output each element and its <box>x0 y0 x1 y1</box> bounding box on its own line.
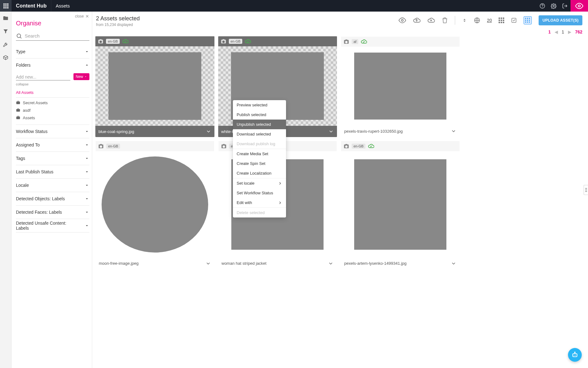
close-panel[interactable]: close <box>16 14 89 18</box>
context-menu-item[interactable]: Unpublish selected <box>233 120 286 129</box>
search-input[interactable]: Search <box>16 31 89 41</box>
context-menu-item[interactable]: Publish selected <box>233 110 286 120</box>
folder-item[interactable]: asdf <box>16 106 89 114</box>
section-assigned: Assigned To <box>16 138 89 152</box>
chevron-down-icon <box>84 49 89 54</box>
gear-icon <box>551 3 556 9</box>
context-menu-item[interactable]: Set locale <box>233 178 286 188</box>
section-assigned-header[interactable]: Assigned To <box>16 138 89 151</box>
upload-button[interactable]: UPLOAD ASSET(S) <box>539 15 582 25</box>
close-icon <box>85 14 89 18</box>
rail-folders[interactable] <box>2 15 9 22</box>
section-tags: Tags <box>16 152 89 165</box>
section-det-obj-header[interactable]: Detected Objects: Labels <box>16 192 89 205</box>
preview-mode-button[interactable] <box>570 0 588 12</box>
chevron-down-icon <box>84 183 89 188</box>
right-drawer-handle[interactable] <box>584 185 588 195</box>
breadcrumb[interactable]: Assets <box>51 0 74 12</box>
grid-view-button[interactable] <box>499 18 504 23</box>
context-menu-item[interactable]: Edit with <box>233 198 286 207</box>
svg-rect-21 <box>503 20 505 21</box>
add-folder-input[interactable]: Add new... <box>16 73 70 80</box>
card-more-button[interactable] <box>328 129 334 134</box>
section-det-face-header[interactable]: Detected Faces: Labels <box>16 206 89 219</box>
asset-thumbnail[interactable] <box>341 47 460 125</box>
card-more-button[interactable] <box>205 261 211 266</box>
card-more-button[interactable] <box>451 261 456 266</box>
card-more-button[interactable] <box>206 129 211 134</box>
delete-button[interactable] <box>442 17 448 23</box>
asset-type-icon <box>344 143 349 149</box>
page-size-value: 20 <box>487 18 492 23</box>
pager-prev[interactable]: ◀ <box>555 29 558 34</box>
chevron-right-icon <box>278 181 282 186</box>
folder-item[interactable]: All Assets <box>16 89 89 96</box>
logout-button[interactable] <box>559 0 570 12</box>
unpublish-button[interactable] <box>427 17 435 24</box>
pager-last[interactable]: 762 <box>575 29 582 34</box>
published-icon <box>368 143 374 149</box>
select-all-button[interactable] <box>511 18 517 23</box>
context-menu-label: Preview selected <box>237 103 267 107</box>
new-folder-button[interactable]: New <box>73 73 89 80</box>
svg-rect-3 <box>3 5 5 7</box>
context-menu-item[interactable]: Create Localization <box>233 168 286 178</box>
section-folders-header[interactable]: Folders <box>16 59 89 72</box>
page-size-button[interactable]: 20 <box>487 18 492 23</box>
add-folder-placeholder: Add new... <box>16 74 36 79</box>
context-menu-item[interactable]: Set Workflow Status <box>233 188 286 198</box>
sidebar-rail <box>0 12 12 368</box>
rail-filters[interactable] <box>2 28 9 35</box>
publish-button[interactable] <box>413 17 420 24</box>
collapse-folders[interactable]: collapse <box>16 82 89 86</box>
asset-thumbnail[interactable] <box>341 151 460 258</box>
svg-point-11 <box>553 5 555 7</box>
asset-card[interactable]: en-GBblue-coat-spring.jpg <box>95 36 214 137</box>
grid-icon <box>499 18 504 23</box>
asset-thumbnail[interactable] <box>95 46 214 126</box>
asset-card[interactable]: en-GBmoon-free-image.jpeg <box>95 141 214 269</box>
asset-type-icon <box>98 38 103 44</box>
context-menu-item[interactable]: Create Spin Set <box>233 159 286 168</box>
section-locale-header[interactable]: Locale <box>16 179 89 192</box>
context-menu-item[interactable]: Download selected <box>233 129 286 139</box>
settings-button[interactable] <box>548 0 559 12</box>
asset-card[interactable]: afpexels-travis-rupert-1032650.jpg <box>341 36 460 137</box>
asset-thumbnail[interactable] <box>96 151 214 258</box>
marquee-select-button[interactable] <box>524 16 532 24</box>
context-menu-label: Download publish log <box>237 141 275 146</box>
section-type-header[interactable]: Type <box>16 45 89 58</box>
logout-icon <box>562 3 568 9</box>
chevron-down-icon <box>84 142 89 147</box>
help-button[interactable] <box>537 0 548 12</box>
chevron-down-icon <box>84 169 89 174</box>
folder-item[interactable]: Assets <box>16 114 89 121</box>
context-menu-label: Publish selected <box>237 112 266 117</box>
chevron-down-icon <box>84 196 89 201</box>
pager-first[interactable]: 1 <box>548 29 551 34</box>
card-footer: woman hat striped jacket <box>219 258 337 269</box>
rail-cube[interactable] <box>2 54 9 61</box>
folder-item[interactable]: Secret Assets <box>16 99 89 106</box>
section-tags-label: Tags <box>16 156 25 161</box>
card-more-button[interactable] <box>328 261 334 266</box>
asset-card[interactable]: en-GBpexels-artem-lysenko-1499341.jpg <box>341 141 460 269</box>
section-workflow-header[interactable]: Workflow Status <box>16 125 89 138</box>
locale-filter-button[interactable] <box>474 17 480 23</box>
locale-chip: en-GB <box>106 39 120 44</box>
section-last-publish-header[interactable]: Last Publish Status <box>16 165 89 178</box>
chat-button[interactable] <box>568 348 582 362</box>
sort-button[interactable] <box>462 17 467 23</box>
context-menu-item[interactable]: Create Media Set <box>233 149 286 159</box>
apps-menu-button[interactable] <box>0 0 12 12</box>
folder-item-label: Secret Assets <box>23 100 48 105</box>
section-tags-header[interactable]: Tags <box>16 152 89 165</box>
section-det-unsafe-header[interactable]: Detected Unsafe Content: Labels <box>16 219 89 232</box>
section-type: Type <box>16 45 89 59</box>
eye-icon <box>399 17 406 24</box>
rail-tools[interactable] <box>2 41 9 48</box>
context-menu-item[interactable]: Preview selected <box>233 100 286 110</box>
pager-next[interactable]: ▶ <box>568 29 571 34</box>
card-more-button[interactable] <box>451 128 456 134</box>
preview-button[interactable] <box>399 17 406 24</box>
